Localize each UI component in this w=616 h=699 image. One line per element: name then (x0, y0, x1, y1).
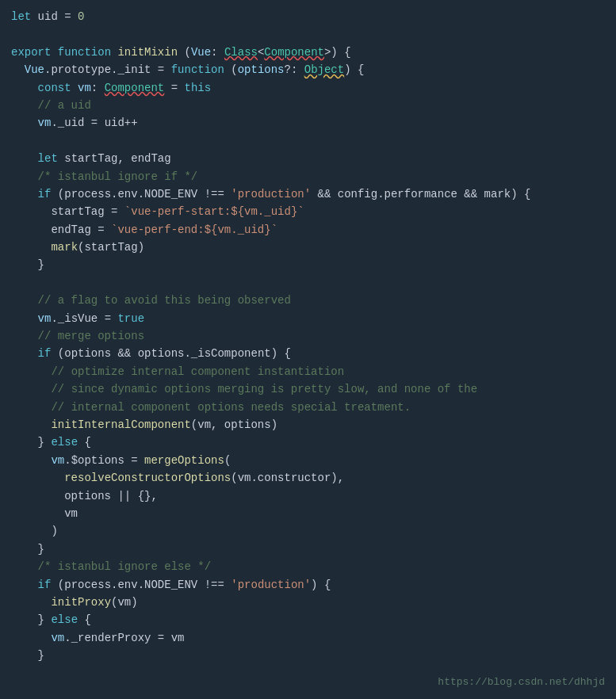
code-line-33: if (process.env.NODE_ENV !== 'production… (11, 576, 605, 594)
code-line-11: if (process.env.NODE_ENV !== 'production… (11, 185, 605, 203)
code-line-22: // since dynamic options merging is pret… (11, 380, 605, 398)
code-line-4: Vue.prototype._init = function (options?… (11, 61, 605, 78)
code-line-23: // internal component options needs spec… (11, 399, 605, 416)
code-line-13: endTag = `vue-perf-end:${vm._uid}` (11, 221, 605, 239)
code-line-12: startTag = `vue-perf-start:${vm._uid}` (11, 203, 605, 220)
code-line-1: let uid = 0 (11, 8, 605, 25)
code-line-6: // a uid (11, 97, 605, 114)
watermark-text: https://blog.csdn.net/dhhjd (438, 674, 605, 691)
code-line-26: vm.$options = mergeOptions( (11, 452, 605, 469)
code-line-28: options || {}, (11, 487, 605, 505)
code-line-24: initInternalComponent(vm, options) (11, 416, 605, 434)
code-line-10: /* istanbul ignore if */ (11, 168, 605, 185)
code-line-16 (11, 274, 605, 292)
code-line-35: } else { (11, 611, 605, 628)
code-line-29: vm (11, 505, 605, 522)
code-line-2 (11, 25, 605, 43)
code-line-20: if (options && options._isComponent) { (11, 345, 605, 362)
code-line-37: } (11, 647, 605, 664)
code-line-31: } (11, 540, 605, 558)
code-line-3: export function initMixin (Vue: Class<Co… (11, 44, 605, 61)
code-line-19: // merge options (11, 327, 605, 345)
code-line-25: } else { (11, 434, 605, 451)
code-line-9: let startTag, endTag (11, 150, 605, 167)
code-line-17: // a flag to avoid this being observed (11, 292, 605, 309)
code-editor: let uid = 0 export function initMixin (V… (0, 0, 616, 699)
code-line-36: vm._renderProxy = vm (11, 629, 605, 647)
code-line-14: mark(startTag) (11, 239, 605, 256)
code-line-34: initProxy(vm) (11, 594, 605, 611)
code-line-27: resolveConstructorOptions(vm.constructor… (11, 469, 605, 487)
code-line-7: vm._uid = uid++ (11, 114, 605, 132)
code-line-32: /* istanbul ignore else */ (11, 558, 605, 575)
code-line-15: } (11, 256, 605, 273)
code-line-8 (11, 132, 605, 150)
code-line-5: const vm: Component = this (11, 79, 605, 97)
code-line-21: // optimize internal component instantia… (11, 363, 605, 380)
code-line-30: ) (11, 522, 605, 540)
code-line-18: vm._isVue = true (11, 310, 605, 327)
